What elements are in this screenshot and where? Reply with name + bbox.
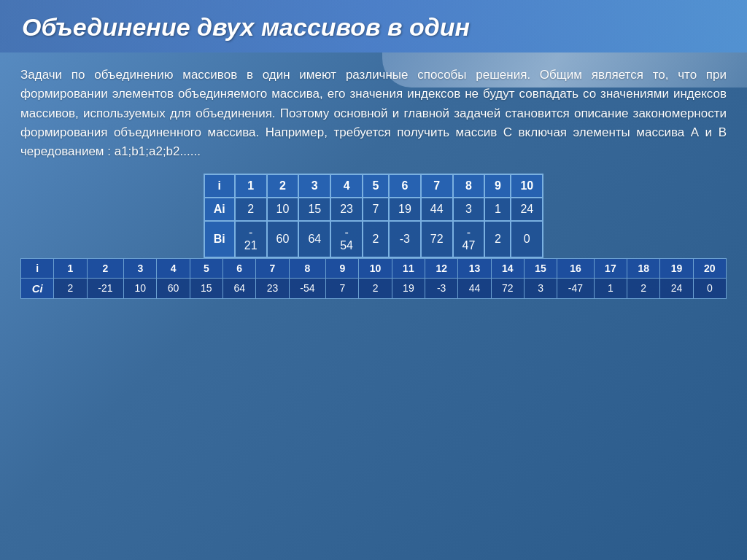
upper-table-bi-9: 2 bbox=[484, 221, 511, 257]
upper-table-bi-4: -54 bbox=[330, 221, 363, 257]
lower-table-ci-4: 60 bbox=[157, 278, 190, 298]
upper-table-col-6: 6 bbox=[389, 174, 421, 198]
upper-table-ai-6: 19 bbox=[389, 198, 421, 221]
lower-table-col-8: 8 bbox=[289, 258, 326, 278]
lower-table-ci-1: 2 bbox=[54, 278, 87, 298]
upper-table-row-bi: Bi -21 60 64 -54 2 -3 72 -47 2 0 bbox=[204, 221, 543, 257]
upper-table-ai-5: 7 bbox=[363, 198, 389, 221]
upper-table-bi-label: Bi bbox=[204, 221, 235, 257]
upper-table-col-1: 1 bbox=[235, 174, 267, 198]
lower-table-col-14: 14 bbox=[491, 258, 524, 278]
lower-table-col-10: 10 bbox=[359, 258, 392, 278]
lower-table-ci-9: 7 bbox=[326, 278, 359, 298]
lower-table-wrapper: i 1 2 3 4 5 6 7 8 9 10 11 12 bbox=[20, 258, 727, 299]
lower-table-col-17: 17 bbox=[594, 258, 627, 278]
lower-table-ci-17: 1 bbox=[594, 278, 627, 298]
lower-table-ci-20: 0 bbox=[693, 278, 726, 298]
lower-table-ci-2: -21 bbox=[87, 278, 124, 298]
upper-table-ai-9: 1 bbox=[484, 198, 511, 221]
upper-table-col-2: 2 bbox=[267, 174, 299, 198]
lower-table-col-15: 15 bbox=[524, 258, 557, 278]
lower-table-col-16: 16 bbox=[557, 258, 595, 278]
upper-table-ai-4: 23 bbox=[330, 198, 363, 221]
upper-table-header-row: i 1 2 3 4 5 6 7 8 9 10 bbox=[204, 174, 543, 198]
upper-table-bi-1: -21 bbox=[235, 221, 267, 257]
upper-table-bi-8: -47 bbox=[453, 221, 485, 257]
upper-table-ai-3: 15 bbox=[298, 198, 330, 221]
upper-table-col-5: 5 bbox=[363, 174, 389, 198]
upper-table-col-3: 3 bbox=[298, 174, 330, 198]
page-title: Объединение двух массивов в один bbox=[22, 13, 725, 42]
upper-table-bi-3: 64 bbox=[298, 221, 330, 257]
tables-section: i 1 2 3 4 5 6 7 8 9 10 bbox=[20, 174, 727, 299]
upper-table-ai-7: 44 bbox=[421, 198, 453, 221]
lower-table-col-4: 4 bbox=[157, 258, 190, 278]
upper-table-bi-2: 60 bbox=[267, 221, 299, 257]
upper-table-bi-5: 2 bbox=[363, 221, 389, 257]
lower-table-ci-7: 23 bbox=[256, 278, 289, 298]
header: Объединение двух массивов в один bbox=[0, 0, 747, 52]
lower-table: i 1 2 3 4 5 6 7 8 9 10 11 12 bbox=[20, 258, 727, 299]
upper-table-bi-6: -3 bbox=[389, 221, 421, 257]
upper-table-col-4: 4 bbox=[330, 174, 363, 198]
lower-table-col-12: 12 bbox=[425, 258, 458, 278]
lower-table-ci-15: 3 bbox=[524, 278, 557, 298]
upper-table-col-9: 9 bbox=[484, 174, 511, 198]
lower-table-col-11: 11 bbox=[392, 258, 425, 278]
lower-table-col-9: 9 bbox=[326, 258, 359, 278]
upper-table-ai-8: 3 bbox=[453, 198, 485, 221]
lower-table-ci-13: 44 bbox=[458, 278, 491, 298]
lower-table-ci-10: 2 bbox=[359, 278, 392, 298]
description-text: Задачи по объединению массивов в один им… bbox=[20, 66, 727, 162]
lower-table-ci-16: -47 bbox=[557, 278, 595, 298]
lower-table-col-7: 7 bbox=[256, 258, 289, 278]
upper-table-ai-label: Ai bbox=[204, 198, 235, 221]
lower-table-ci-11: 19 bbox=[392, 278, 425, 298]
upper-table-bi-10: 0 bbox=[511, 221, 543, 257]
content-area: Задачи по объединению массивов в один им… bbox=[0, 52, 747, 560]
lower-table-ci-19: 24 bbox=[660, 278, 693, 298]
upper-table-col-10: 10 bbox=[511, 174, 543, 198]
lower-table-row-ci: Ci 2 -21 10 60 15 64 23 -54 7 2 19 bbox=[21, 278, 727, 298]
lower-table-col-20: 20 bbox=[693, 258, 726, 278]
upper-table-ai-1: 2 bbox=[235, 198, 267, 221]
upper-table-bi-7: 72 bbox=[421, 221, 453, 257]
upper-table-col-7: 7 bbox=[421, 174, 453, 198]
lower-table-col-3: 3 bbox=[124, 258, 157, 278]
lower-table-col-i: i bbox=[21, 258, 54, 278]
main-container: Объединение двух массивов в один Задачи … bbox=[0, 0, 747, 560]
lower-table-col-1: 1 bbox=[54, 258, 87, 278]
lower-table-ci-6: 64 bbox=[223, 278, 256, 298]
upper-table-row-ai: Ai 2 10 15 23 7 19 44 3 1 24 bbox=[204, 198, 543, 221]
lower-table-col-19: 19 bbox=[660, 258, 693, 278]
lower-table-col-2: 2 bbox=[87, 258, 124, 278]
upper-table-col-8: 8 bbox=[453, 174, 485, 198]
lower-table-ci-14: 72 bbox=[491, 278, 524, 298]
lower-table-col-13: 13 bbox=[458, 258, 491, 278]
lower-table-ci-3: 10 bbox=[124, 278, 157, 298]
lower-table-col-5: 5 bbox=[190, 258, 222, 278]
lower-table-ci-12: -3 bbox=[425, 278, 458, 298]
lower-table-ci-8: -54 bbox=[289, 278, 326, 298]
lower-table-ci-label: Ci bbox=[21, 278, 54, 298]
upper-table: i 1 2 3 4 5 6 7 8 9 10 bbox=[204, 174, 543, 258]
lower-table-ci-5: 15 bbox=[190, 278, 222, 298]
lower-table-col-18: 18 bbox=[627, 258, 660, 278]
upper-table-ai-2: 10 bbox=[267, 198, 299, 221]
lower-table-ci-18: 2 bbox=[627, 278, 660, 298]
lower-table-col-6: 6 bbox=[223, 258, 256, 278]
upper-table-col-i: i bbox=[204, 174, 235, 198]
upper-table-wrapper: i 1 2 3 4 5 6 7 8 9 10 bbox=[20, 174, 727, 258]
upper-table-ai-10: 24 bbox=[511, 198, 543, 221]
lower-table-header-row: i 1 2 3 4 5 6 7 8 9 10 11 12 bbox=[21, 258, 727, 278]
